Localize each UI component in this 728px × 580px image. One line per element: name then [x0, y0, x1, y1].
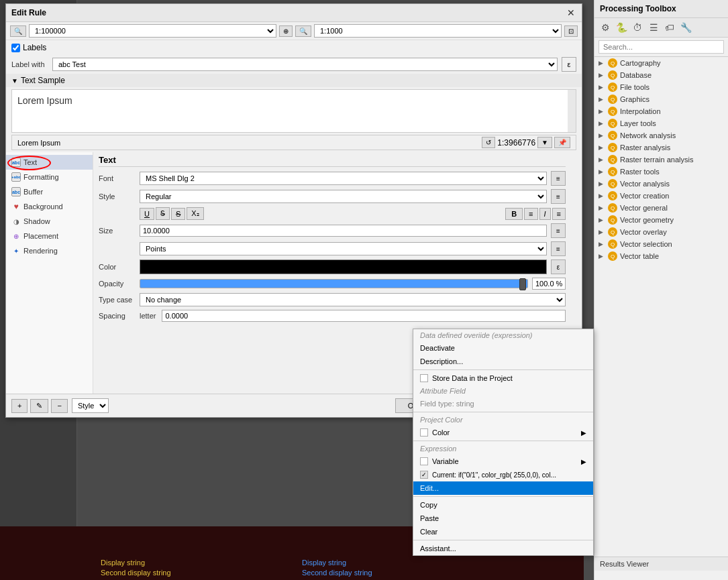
ctx-edit[interactable]: Edit... [413, 481, 593, 495]
nav-item-rendering[interactable]: ✦ Rendering [6, 243, 93, 258]
tree-item-vector-overlay[interactable]: ▶ Q Vector overlay [594, 226, 728, 238]
ctx-field-type-label: Field type: string [420, 400, 474, 408]
opacity-slider[interactable] [140, 279, 528, 288]
proc-clock-btn[interactable]: ⏱ [630, 20, 645, 35]
results-viewer[interactable]: Results Viewer [594, 557, 728, 571]
zoom-fit-btn[interactable]: 🔍 [295, 25, 311, 37]
color-swatch[interactable] [140, 259, 547, 274]
tree-item-vector-selection[interactable]: ▶ Q Vector selection [594, 238, 728, 250]
ctx-copy[interactable]: Copy [413, 498, 593, 512]
spacing-row: Spacing letter [99, 310, 566, 322]
font-label: Font [99, 174, 136, 182]
bold-btn[interactable]: B [505, 208, 523, 220]
zoom-out-btn[interactable]: 🔍 [10, 25, 26, 37]
strikethrough2-btn[interactable]: S [171, 208, 185, 220]
ctx-paste[interactable]: Paste [413, 512, 593, 525]
color-expr-btn[interactable]: ε [551, 259, 566, 274]
ctx-clear[interactable]: Clear [413, 525, 593, 538]
zoom-extent-btn[interactable]: ⊡ [564, 25, 578, 37]
tree-item-vector-geometry[interactable]: ▶ Q Vector geometry [594, 214, 728, 226]
ctx-current[interactable]: ✓ Current: if("0/1", color_rgb( 255,0,0)… [413, 468, 593, 481]
tree-item-vector-table[interactable]: ▶ Q Vector table [594, 250, 728, 262]
tree-item-network-analysis[interactable]: ▶ Q Network analysis [594, 129, 728, 141]
tree-item-raster-analysis[interactable]: ▶ Q Raster analysis [594, 141, 728, 154]
style-expr-btn[interactable]: ≡ [551, 189, 566, 204]
labels-checkbox[interactable] [11, 44, 20, 52]
style-dropdown[interactable]: Style [72, 398, 109, 413]
remove-rule-btn[interactable]: − [51, 399, 67, 413]
ctx-color[interactable]: Color ▶ [413, 426, 593, 439]
underline-btn[interactable]: U [140, 208, 154, 220]
text-sample-scrollbar[interactable] [568, 90, 576, 132]
proc-tag-btn[interactable]: 🏷 [662, 20, 677, 35]
ctx-deactivate[interactable]: Deactivate [413, 341, 593, 355]
style-select[interactable]: Regular [140, 190, 547, 203]
tree-item-vector-general[interactable]: ▶ Q Vector general [594, 202, 728, 214]
tree-item-raster-terrain-analysis[interactable]: ▶ Q Raster terrain analysis [594, 154, 728, 166]
tree-item-cartography[interactable]: ▶ Q Cartography [594, 57, 728, 69]
italic-expr-btn[interactable]: ≡ [552, 208, 566, 220]
nav-item-background[interactable]: ♥ Background [6, 199, 93, 214]
processing-toolbar: ⚙ 🐍 ⏱ ☰ 🏷 🔧 [594, 18, 728, 38]
size-unit-row: Points ≡ [140, 241, 566, 256]
sub-btn[interactable]: X₂ [187, 207, 203, 220]
shadow-nav-icon: ◑ [11, 217, 21, 226]
bottom-left: + ✎ − [11, 399, 68, 413]
ctx-description[interactable]: Description... [413, 355, 593, 368]
nav-item-shadow[interactable]: ◑ Shadow [6, 214, 93, 229]
font-expr-btn[interactable]: ≡ [551, 171, 566, 186]
size-expr-btn[interactable]: ≡ [551, 223, 566, 238]
size-unit-expr-btn[interactable]: ≡ [551, 241, 566, 256]
tree-item-layer-tools[interactable]: ▶ Q Layer tools [594, 117, 728, 129]
size-unit-select[interactable]: Points [140, 242, 547, 255]
zoom-level-1-select[interactable]: 1:100000 [29, 24, 276, 38]
nav-item-formatting[interactable]: +abc Formatting [6, 170, 93, 184]
italic-btn[interactable]: I [539, 208, 551, 220]
ctx-sep4 [413, 496, 593, 497]
zoom-in-btn[interactable]: ⊕ [279, 25, 293, 37]
label-with-select[interactable]: abc Test [52, 58, 558, 71]
tree-item-database[interactable]: ▶ Q Database [594, 69, 728, 81]
processing-search-input[interactable] [599, 40, 724, 54]
tree-item-vector-analysis[interactable]: ▶ Q Vector analysis [594, 178, 728, 190]
dialog-close-button[interactable]: ✕ [566, 7, 576, 18]
proc-list-btn[interactable]: ☰ [646, 20, 661, 35]
store-data-checkbox[interactable] [420, 374, 428, 382]
preview-pin-btn[interactable]: 📌 [554, 137, 570, 148]
ctx-variable[interactable]: Variable ▶ [413, 455, 593, 468]
nav-item-buffer[interactable]: abc Buffer [6, 184, 93, 199]
proc-gear-btn[interactable]: ⚙ [598, 20, 613, 35]
nav-item-placement[interactable]: ⊕ Placement [6, 229, 93, 243]
ctx-current-label: Current: if("0/1", color_rgb( 255,0,0), … [432, 471, 556, 479]
current-checkbox[interactable]: ✓ [420, 471, 428, 479]
ctx-section3-label: Project Color [413, 414, 593, 426]
nav-item-text[interactable]: abc Text [6, 155, 93, 170]
zoom-level-2-select[interactable]: 1:1000 [314, 24, 562, 38]
tree-item-interpolation[interactable]: ▶ Q Interpolation [594, 105, 728, 117]
strikethrough-btn[interactable]: S̶ [156, 207, 170, 220]
proc-python-btn[interactable]: 🐍 [614, 20, 629, 35]
tree-item-vector-creation[interactable]: ▶ Q Vector creation [594, 190, 728, 202]
variable-checkbox[interactable] [420, 457, 428, 465]
ctx-edit-label: Edit... [420, 484, 439, 492]
label-with-expr-btn[interactable]: ε [562, 57, 576, 72]
props-section-title: Text [99, 155, 566, 167]
size-input[interactable] [140, 225, 547, 237]
preview-refresh-btn[interactable]: ↺ [482, 137, 495, 148]
color-checkbox[interactable] [420, 428, 428, 437]
typecase-select[interactable]: No change [140, 293, 566, 306]
tree-item-raster-tools[interactable]: ▶ Q Raster tools [594, 166, 728, 178]
preview-scale-btn[interactable]: ▼ [537, 137, 552, 148]
tree-item-graphics[interactable]: ▶ Q Graphics [594, 93, 728, 105]
proc-wrench-btn[interactable]: 🔧 [678, 20, 693, 35]
edit-rule-btn[interactable]: ✎ [30, 399, 48, 413]
dialog-titlebar[interactable]: Edit Rule ✕ [6, 4, 582, 22]
font-select[interactable]: MS Shell Dlg 2 [140, 172, 547, 185]
bold-expr-btn[interactable]: ≡ [524, 208, 537, 220]
ctx-store-data[interactable]: Store Data in the Project [413, 371, 593, 385]
tree-item-file-tools[interactable]: ▶ Q File tools [594, 81, 728, 93]
spacing-letter-input[interactable] [162, 310, 566, 322]
add-rule-btn[interactable]: + [11, 399, 28, 413]
ctx-assistant[interactable]: Assistant... [413, 542, 593, 555]
opacity-value-input[interactable] [532, 278, 566, 290]
